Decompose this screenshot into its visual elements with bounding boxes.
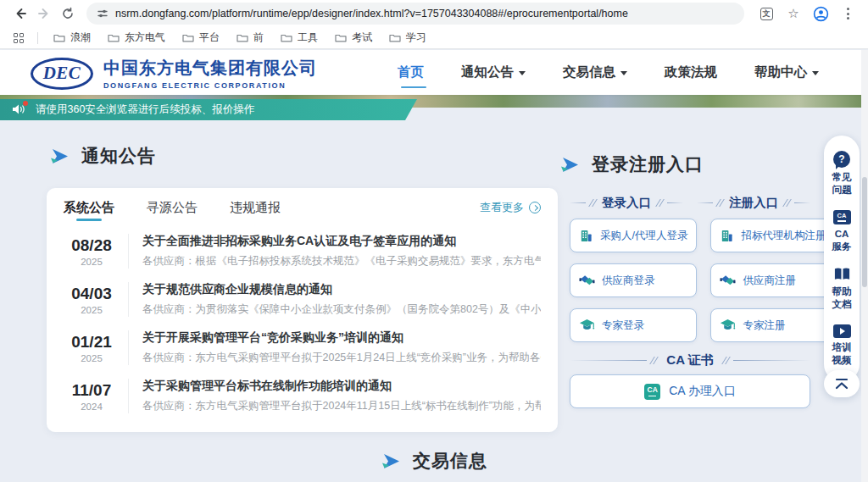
bookmark-folder[interactable]: 东方电气 xyxy=(101,28,172,47)
bookmark-label: 浪潮 xyxy=(70,30,91,45)
ca-header-text: CA 证书 xyxy=(661,352,718,368)
purchaser-agent-login-button[interactable]: 采购人/代理人登录 xyxy=(570,219,697,252)
forward-icon[interactable] xyxy=(32,2,56,25)
section-title-text: 通知公告 xyxy=(81,144,156,168)
ca-glyph: CA xyxy=(837,213,847,219)
section-arrow-icon xyxy=(49,148,70,164)
nav-label: 政策法规 xyxy=(665,64,717,81)
collapse-to-top-button[interactable] xyxy=(824,370,860,397)
quickbar-label: 培训视频 xyxy=(830,341,854,367)
nav-item-help-center[interactable]: 帮助中心 xyxy=(754,50,819,95)
training-videos-item[interactable]: 培训视频 xyxy=(830,319,854,375)
expert-register-button[interactable]: 专家注册 xyxy=(710,308,835,342)
slash-decor xyxy=(656,199,664,207)
notice-date: 01/21 xyxy=(64,333,120,352)
nav-item-trade-info[interactable]: 交易信息 xyxy=(563,50,627,95)
bookmark-star-icon[interactable]: ☆ xyxy=(782,2,805,25)
notice-year: 2025 xyxy=(64,305,120,315)
bookmark-folder[interactable]: 平台 xyxy=(175,28,226,47)
slash-decor xyxy=(722,357,730,364)
building-icon xyxy=(579,229,593,243)
folder-icon xyxy=(53,33,65,42)
bookmark-folder[interactable]: 学习 xyxy=(382,28,433,47)
faq-item[interactable]: ? 常见问题 xyxy=(830,146,854,205)
address-bar[interactable]: nsrm.dongfang.com/platform/runtime/epp/d… xyxy=(86,3,744,25)
profile-avatar-icon[interactable] xyxy=(809,2,832,25)
login-section-title: 登录注册入口 xyxy=(559,152,704,176)
bookmark-folder[interactable]: 前 xyxy=(230,28,270,47)
notice-date: 08/28 xyxy=(64,236,120,255)
nav-item-notices[interactable]: 通知公告 xyxy=(461,50,526,95)
scrollbar-thumb[interactable] xyxy=(862,177,867,287)
ticker-text: 请使用360安全浏览器进行后续投标、报价操作 xyxy=(36,102,254,117)
notice-summary: 各供应商：东方电气采购管理平台拟于2025年1月24日上线“竞价采购”业务，为帮… xyxy=(142,351,541,365)
nav-item-policies[interactable]: 政策法规 xyxy=(665,50,717,95)
notice-list-item[interactable]: 04/032025 关于规范供应商企业规模信息的通知各供应商：为贯彻落实《保障中… xyxy=(64,275,541,324)
main-nav: 首页 通知公告 交易信息 政策法规 帮助中心 xyxy=(398,50,819,95)
button-label: 采购人/代理人登录 xyxy=(600,229,687,243)
apps-grid-icon[interactable] xyxy=(14,33,24,43)
supplier-login-button[interactable]: 供应商登录 xyxy=(570,263,697,297)
back-icon[interactable] xyxy=(8,2,32,25)
tab-system-notices[interactable]: 系统公告 xyxy=(64,188,114,227)
notice-year: 2025 xyxy=(64,353,120,363)
notice-date: 11/07 xyxy=(64,381,120,400)
url-text[interactable]: nsrm.dongfang.com/platform/runtime/epp/d… xyxy=(115,8,628,19)
bookmark-label: 学习 xyxy=(406,30,426,45)
bookmark-label: 前 xyxy=(253,30,264,45)
book-icon xyxy=(833,267,851,282)
company-name-cn: 中国东方电气集团有限公司 xyxy=(103,57,317,80)
help-docs-item[interactable]: 帮助文档 xyxy=(830,262,854,319)
tab-violation-reports[interactable]: 违规通报 xyxy=(230,188,281,227)
notice-section-title: 通知公告 xyxy=(49,144,156,168)
view-more-link[interactable]: 查看更多 xyxy=(480,200,541,215)
nav-label: 通知公告 xyxy=(461,64,514,81)
trade-section-title: 交易信息 xyxy=(0,449,868,473)
browser-toolbar: nsrm.dongfang.com/platform/runtime/epp/d… xyxy=(0,0,868,27)
notice-list-item[interactable]: 08/282025 关于全面推进非招标采购业务CA认证及电子签章应用的通知各供应… xyxy=(64,227,541,275)
nav-label: 首页 xyxy=(398,64,424,81)
section-title-text: 交易信息 xyxy=(413,449,487,473)
site-logo[interactable]: DEC 中国东方电气集团有限公司 DONGFANG ELECTRIC CORPO… xyxy=(31,57,317,90)
bookmark-folder[interactable]: 浪潮 xyxy=(47,28,97,47)
view-more-label: 查看更多 xyxy=(480,200,524,215)
logo-text: DEC xyxy=(43,63,81,84)
notice-tabs: 系统公告 寻源公告 违规通报 查看更多 xyxy=(64,188,541,227)
chevron-right-circle-icon xyxy=(529,202,541,213)
expert-login-button[interactable]: 专家登录 xyxy=(570,308,697,342)
login-header-text: 登录入口 xyxy=(600,195,653,211)
tab-sourcing-notices[interactable]: 寻源公告 xyxy=(147,188,198,227)
divider xyxy=(794,202,810,203)
button-label: CA 办理入口 xyxy=(669,384,736,399)
bookmark-folder[interactable]: 考试 xyxy=(328,28,379,47)
site-settings-icon[interactable] xyxy=(97,8,108,19)
graduation-cap-icon xyxy=(579,319,595,332)
button-label: 专家注册 xyxy=(743,319,785,333)
entry-buttons: 采购人/代理人登录 招标代理机构注册 供应商登录 供应商注册 专家登录 专家注册 xyxy=(570,219,810,342)
chevron-up-bar-icon xyxy=(834,378,849,390)
scrollbar-track xyxy=(861,50,868,482)
bidding-agency-register-button[interactable]: 招标代理机构注册 xyxy=(710,219,835,252)
notice-title: 关于采购管理平台标书在线制作功能培训的通知 xyxy=(142,379,541,394)
notice-list-item[interactable]: 11/072024 关于采购管理平台标书在线制作功能培训的通知各供应商：东方电气… xyxy=(64,372,541,420)
translate-icon[interactable]: 文 xyxy=(754,2,778,25)
register-header: 注册入口 xyxy=(697,195,810,211)
divider xyxy=(733,360,810,361)
notification-dot xyxy=(23,101,28,106)
browser-menu-icon[interactable] xyxy=(836,2,860,25)
ca-apply-entry-button[interactable]: CA CA 办理入口 xyxy=(570,374,810,408)
notice-date: 04/03 xyxy=(64,285,120,303)
speaker-icon xyxy=(12,103,27,117)
ca-service-item[interactable]: CA CA服务 xyxy=(830,205,854,262)
reload-icon[interactable] xyxy=(56,2,80,25)
company-name-en: DONGFANG ELECTRIC CORPORATION xyxy=(103,81,317,90)
folder-icon xyxy=(281,33,292,42)
nav-item-home[interactable]: 首页 xyxy=(398,50,424,95)
divider xyxy=(697,202,713,203)
supplier-register-button[interactable]: 供应商注册 xyxy=(710,263,835,297)
quickbar-label: CA服务 xyxy=(830,228,854,253)
bookmark-folder[interactable]: 工具 xyxy=(274,28,325,47)
button-label: 供应商登录 xyxy=(602,274,655,288)
notice-list-item[interactable]: 01/212025 关于开展采购管理平台“竞价采购业务”培训的通知各供应商：东方… xyxy=(64,324,541,372)
chevron-down-icon xyxy=(812,71,819,75)
